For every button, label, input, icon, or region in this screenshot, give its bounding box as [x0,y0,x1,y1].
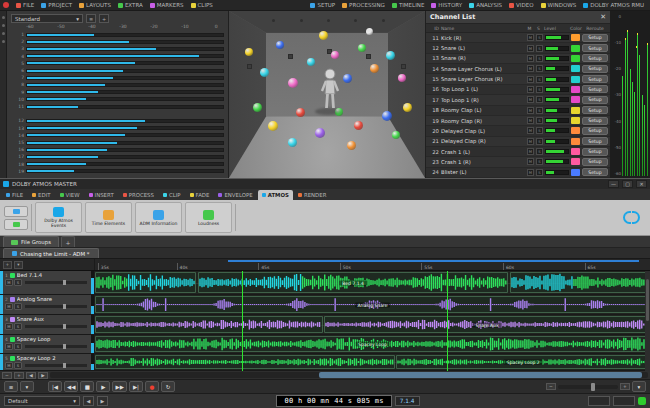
solo-button[interactable]: S [14,279,22,286]
tab-process[interactable]: PROCESS [119,190,158,200]
mute-button[interactable]: M [5,343,13,350]
meter-preset-dropdown[interactable]: Standard ▾ [11,14,83,23]
monitor-format-display[interactable]: 7.1.4 [395,396,420,406]
horizontal-scrollbar[interactable] [50,372,648,378]
minimize-button[interactable]: — [608,180,619,188]
audio-object-ball[interactable] [392,131,400,139]
timeline-ruler[interactable]: + ▾ 35s40s45s50s55s60s65s [0,259,650,271]
channel-setup-button[interactable]: Setup [582,65,608,73]
menu-item-extra[interactable]: EXTRA [115,1,146,10]
track-lane[interactable]: Spacey Loop [95,335,650,353]
zoom-out-button[interactable]: − [2,372,12,379]
meter-options-button[interactable]: ≡ [86,14,96,23]
channel-row[interactable]: 17Top Loop 1 (R)MSSetup [426,95,610,105]
channel-row[interactable]: 24Blister (L)MSSetup [426,168,610,178]
channel-color-swatch[interactable] [571,138,580,145]
audio-object-ball[interactable] [366,28,373,35]
channel-row[interactable]: 21Delayed Clap (R)MSSetup [426,137,610,147]
solo-button[interactable]: S [14,303,22,310]
mute-toggle[interactable]: M [527,107,534,114]
audio-object-ball[interactable] [296,108,305,117]
vertical-scrollbar-thumb[interactable] [646,279,649,321]
channel-row[interactable]: 12Snare (L)MSSetup [426,43,610,53]
track-lane[interactable]: Spacey Loop 2 [95,354,650,370]
menu-item-history[interactable]: HISTORY [428,1,465,10]
meter-add-button[interactable]: + [99,14,109,23]
tab-edit[interactable]: EDIT [28,190,54,200]
transport-options-button[interactable]: ▾ [20,381,34,392]
channel-color-swatch[interactable] [571,117,580,124]
ribbon-quick-button-1[interactable] [4,206,28,217]
solo-toggle[interactable]: S [536,45,543,52]
menu-item-file[interactable]: FILE [13,1,37,10]
channel-row[interactable]: 11Kick (R)MSSetup [426,33,610,43]
mute-button[interactable]: M [5,362,13,369]
time-elements-button[interactable]: Time Elements [85,202,132,234]
solo-toggle[interactable]: S [536,117,543,124]
tab-file[interactable]: FILE [2,190,27,200]
transport-menu-button[interactable]: ≡ [4,381,18,392]
track-header[interactable]: 3Snare AuxMS [0,315,95,334]
view-zoom-in-button[interactable]: + [620,383,630,390]
workspace-dropdown[interactable]: Default ▾ [4,396,80,406]
solo-toggle[interactable]: S [536,169,543,176]
mute-toggle[interactable]: M [527,86,534,93]
solo-toggle[interactable]: S [536,76,543,83]
track-volume-fader[interactable] [25,325,87,328]
playhead-cursor[interactable] [447,271,448,371]
mute-button[interactable]: M [5,279,13,286]
go-start-button[interactable]: |◀ [48,381,62,392]
channel-color-swatch[interactable] [571,55,580,62]
listener-figure[interactable] [319,68,341,114]
menu-item-processing[interactable]: PROCESSING [339,1,388,10]
mute-toggle[interactable]: M [527,148,534,155]
solo-button[interactable]: S [14,362,22,369]
track-header[interactable]: 5Spacey Loop 2MS [0,354,95,370]
menu-item-setup[interactable]: SETUP [307,1,338,10]
channel-row[interactable]: 23Crash 1 (R)MSSetup [426,157,610,167]
mute-toggle[interactable]: M [527,96,534,103]
menu-item-markers[interactable]: MARKERS [147,1,187,10]
scroll-left-button[interactable]: ◀ [26,372,36,379]
audio-clip[interactable]: Bed 7.1.4 [198,272,509,293]
channel-row[interactable]: 13Snare (R)MSSetup [426,54,610,64]
channel-row[interactable]: 20Delayed Clap (L)MSSetup [426,126,610,136]
tab-render[interactable]: RENDER [294,190,331,200]
audio-clip[interactable] [95,316,323,333]
close-icon[interactable]: ✕ [600,13,606,21]
mute-button[interactable]: M [5,323,13,330]
channel-color-swatch[interactable] [571,65,580,72]
channel-setup-button[interactable]: Setup [582,106,608,114]
vertical-scrollbar[interactable] [645,271,650,371]
mute-toggle[interactable]: M [527,34,534,41]
zoom-slider-handle[interactable] [591,383,595,391]
mute-toggle[interactable]: M [527,158,534,165]
loudness-button[interactable]: Loudness [185,202,232,234]
audio-clip[interactable]: Snare Aux [324,316,650,333]
menu-item-analysis[interactable]: ANALYSIS [466,1,505,10]
solo-toggle[interactable]: S [536,107,543,114]
mute-toggle[interactable]: M [527,127,534,134]
add-file-group-button[interactable]: + [61,236,75,247]
track-lane[interactable]: Analog Snare [95,295,650,314]
record-button[interactable]: ● [145,381,159,392]
loop-button[interactable]: ↻ [161,381,175,392]
track-header[interactable]: 4Spacey LoopMS [0,335,95,353]
audio-clip[interactable]: Spacey Loop 2 [396,355,650,369]
channel-setup-button[interactable]: Setup [582,148,608,156]
channel-row[interactable]: 18Roomy Clap (L)MSSetup [426,106,610,116]
solo-toggle[interactable]: S [536,65,543,72]
solo-toggle[interactable]: S [536,96,543,103]
solo-toggle[interactable]: S [536,127,543,134]
tab-envelope[interactable]: ENVELOPE [214,190,256,200]
solo-button[interactable]: S [14,323,22,330]
mute-button[interactable]: M [5,303,13,310]
scroll-right-button[interactable]: ▶ [38,372,48,379]
channel-row[interactable]: 22Crash 1 (L)MSSetup [426,147,610,157]
audio-object-ball[interactable] [288,78,298,88]
solo-toggle[interactable]: S [536,86,543,93]
channel-row[interactable]: 16Top Loop 1 (L)MSSetup [426,85,610,95]
audio-object-ball[interactable] [331,51,339,59]
view-zoom-out-button[interactable]: − [546,383,556,390]
mute-toggle[interactable]: M [527,138,534,145]
